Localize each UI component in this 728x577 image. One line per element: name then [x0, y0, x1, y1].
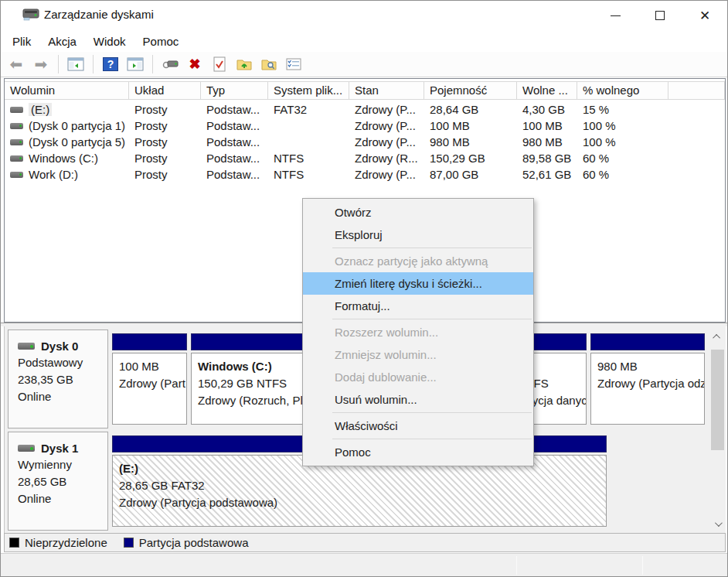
window-title: Zarządzanie dyskami — [44, 8, 154, 21]
column-header-wolumin[interactable]: Wolumin — [5, 82, 129, 99]
volume-icon — [10, 107, 23, 113]
menu-separator — [332, 439, 532, 439]
menu-item-rozszerz-wolumin: Rozszerz wolumin... — [303, 321, 533, 343]
maximize-icon[interactable] — [638, 1, 682, 30]
menu-item-otworz[interactable]: Otwórz — [303, 201, 533, 224]
volume-icon — [10, 123, 23, 129]
folder-explore-icon[interactable] — [258, 54, 280, 74]
disk-management-window: Zarządzanie dyskami ✕ Plik Akcja Widok P… — [0, 0, 728, 577]
toolbar-separator — [152, 55, 153, 73]
forward-icon[interactable]: ➡ — [30, 54, 52, 74]
column-header-typ[interactable]: Typ — [201, 82, 268, 99]
delete-red-x-icon[interactable]: ✖ — [184, 54, 206, 74]
status-bar — [1, 553, 727, 577]
scroll-down-icon[interactable] — [709, 517, 726, 531]
menu-item-zmniejsz-wolumin: Zmniejsz wolumin... — [303, 343, 533, 366]
volume-icon — [10, 139, 23, 145]
column-header-filler — [668, 82, 725, 99]
statusbar-divider — [642, 556, 643, 575]
rescan-device-icon[interactable] — [159, 54, 181, 74]
vertical-scrollbar[interactable] — [709, 329, 726, 531]
view-checklist-icon[interactable] — [283, 54, 304, 74]
mark-partition-check-icon[interactable] — [209, 54, 230, 74]
table-row[interactable]: (Dysk 0 partycja 5) Prosty Podstaw... Zd… — [5, 134, 725, 150]
disk-size: 238,35 GB — [18, 372, 107, 387]
close-icon[interactable]: ✕ — [682, 1, 727, 30]
menu-item-oznacz-partycje: Oznacz partycję jako aktywną — [303, 250, 533, 272]
legend-unallocated-swatch — [9, 538, 19, 548]
volume-list-header: Wolumin Układ Typ System plik... Stan Po… — [5, 81, 725, 100]
disk-icon — [18, 343, 35, 350]
disk-status: Online — [18, 491, 107, 506]
help-icon[interactable]: ? — [100, 54, 121, 74]
show-console-tree-icon[interactable] — [65, 54, 87, 74]
menu-separator — [332, 248, 532, 248]
column-header-system-plikow[interactable]: System plik... — [268, 82, 349, 99]
table-row[interactable]: Windows (C:) Prosty Podstaw... NTFS Zdro… — [5, 150, 725, 166]
scrollbar-thumb[interactable] — [711, 350, 724, 450]
legend-unallocated-label: Nieprzydzielone — [25, 536, 107, 549]
legend-primary-partition-label: Partycja podstawowa — [139, 536, 249, 549]
volume-icon — [10, 172, 23, 178]
column-header-stan[interactable]: Stan — [349, 82, 424, 99]
partition-recovery-980mb[interactable]: 980 MB Zdrowy (Partycja odz — [590, 329, 705, 428]
disk-kind: Wymienny — [18, 457, 107, 472]
disk-1-header[interactable]: Dysk 1 Wymienny 28,65 GB Online — [8, 432, 108, 531]
toolbar-separator — [93, 55, 94, 73]
column-header-wolne[interactable]: Wolne ... — [517, 82, 577, 99]
volume-icon — [10, 155, 23, 162]
column-header-pojemnosc[interactable]: Pojemność — [424, 82, 517, 99]
menu-bar: Plik Akcja Widok Pomoc — [1, 30, 727, 52]
legend-primary-partition-swatch — [124, 538, 134, 548]
toolbar-separator — [58, 55, 59, 73]
menu-akcja[interactable]: Akcja — [39, 32, 85, 50]
partition-system-100mb[interactable]: 100 MB Zdrowy (Part — [112, 329, 187, 428]
toolbar: ⬅ ➡ ? ✖ — [1, 52, 727, 77]
legend-bar: Nieprzydzielone Partycja podstawowa — [4, 533, 726, 552]
menu-plik[interactable]: Plik — [4, 32, 39, 50]
disk-size: 28,65 GB — [18, 474, 107, 489]
menu-item-wlasciwosci[interactable]: Właściwości — [303, 415, 533, 437]
table-row[interactable]: (Dysk 0 partycja 1) Prosty Podstaw... Zd… — [5, 118, 725, 134]
menu-item-zmien-litere-dysku[interactable]: Zmień literę dysku i ścieżki... — [303, 272, 533, 295]
statusbar-divider — [516, 556, 517, 575]
partition-color-bar — [590, 333, 705, 350]
menu-separator — [332, 319, 532, 319]
table-row[interactable]: (E:) Prosty Podstaw... FAT32 Zdrowy (P..… — [5, 101, 725, 118]
back-icon[interactable]: ⬅ — [5, 54, 27, 74]
disk-0-header[interactable]: Dysk 0 Podstawowy 238,35 GB Online — [8, 329, 108, 428]
disk-icon — [18, 445, 35, 452]
menu-item-formatuj[interactable]: Formatuj... — [303, 295, 533, 317]
menu-separator — [332, 412, 532, 413]
menu-item-dodaj-dublowanie: Dodaj dublowanie... — [303, 366, 533, 388]
disk-status: Online — [18, 389, 107, 404]
menu-widok[interactable]: Widok — [85, 32, 134, 50]
volume-context-menu: Otwórz Eksploruj Oznacz partycję jako ak… — [302, 198, 534, 466]
menu-item-pomoc[interactable]: Pomoc — [303, 441, 533, 463]
disk-drive-app-icon — [22, 9, 39, 23]
show-action-pane-icon[interactable] — [124, 54, 146, 74]
scroll-up-icon[interactable] — [709, 329, 726, 343]
column-header-procent-wolnego[interactable]: % wolnego — [577, 82, 668, 99]
table-row[interactable]: Work (D:) Prosty Podstaw... NTFS Zdrowy … — [5, 166, 725, 183]
menu-pomoc[interactable]: Pomoc — [134, 32, 188, 50]
menu-item-usun-wolumin[interactable]: Usuń wolumin... — [303, 388, 533, 411]
column-header-uklad[interactable]: Układ — [129, 82, 201, 99]
minimize-icon[interactable] — [593, 1, 638, 30]
title-bar: Zarządzanie dyskami ✕ — [1, 1, 727, 30]
folder-up-icon[interactable] — [233, 54, 255, 74]
menu-item-eksploruj[interactable]: Eksploruj — [303, 224, 533, 246]
partition-color-bar — [112, 333, 187, 350]
disk-kind: Podstawowy — [18, 355, 107, 370]
